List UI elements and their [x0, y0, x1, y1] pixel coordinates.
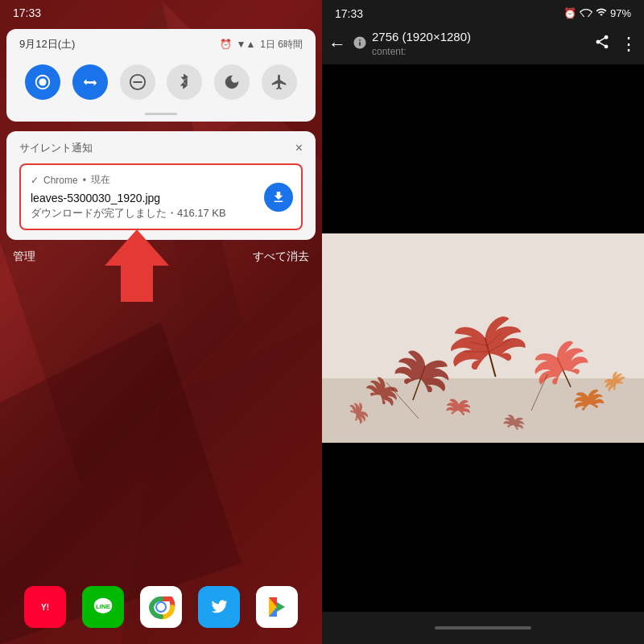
- battery-duration: 1日 6時間: [260, 38, 303, 52]
- notif-source-label: Chrome: [43, 175, 78, 186]
- share-button[interactable]: [594, 34, 610, 54]
- dock-yahoo-icon[interactable]: Y!: [24, 586, 66, 628]
- dnd-toggle[interactable]: [120, 64, 155, 100]
- left-time: 17:33: [13, 6, 41, 19]
- nav-indicator: [435, 626, 531, 630]
- notif-download-button[interactable]: [264, 183, 293, 212]
- right-time: 17:33: [335, 7, 363, 20]
- date-icons: ⏰ ▼▲ 1日 6時間: [220, 38, 303, 52]
- battery-right: 97%: [610, 7, 631, 19]
- notif-source-icon: ✓: [31, 175, 39, 186]
- silent-label: サイレント通知: [19, 141, 93, 155]
- notification-panel: 9月12日(土) ⏰ ▼▲ 1日 6時間: [6, 29, 316, 122]
- bottom-nav-right: [322, 612, 644, 644]
- right-panel: 17:33 ⏰ 97% ← 2756 (1920×1280): [322, 0, 644, 644]
- image-title: 2756 (1920×1280): [372, 30, 471, 43]
- svg-point-17: [157, 603, 165, 611]
- moon-toggle[interactable]: [214, 64, 250, 100]
- image-info: 2756 (1920×1280) content:: [372, 30, 471, 58]
- bluetooth-toggle[interactable]: [167, 64, 202, 100]
- notif-source: ✓ Chrome • 現在: [31, 173, 291, 187]
- dock-twitter-icon[interactable]: [198, 586, 240, 628]
- alarm-icon: ⏰: [220, 39, 232, 50]
- wifi-toggle[interactable]: [25, 64, 60, 100]
- data-toggle[interactable]: [72, 64, 108, 100]
- date-header: 9月12日(土) ⏰ ▼▲ 1日 6時間: [6, 29, 316, 58]
- notif-dot: •: [83, 175, 86, 186]
- dock-playstore-icon[interactable]: [256, 586, 298, 628]
- wifi-signal-icon: ▼▲: [237, 39, 256, 50]
- image-viewer-header: ← 2756 (1920×1280) content: ⋮: [322, 27, 644, 64]
- wifi-icon-right: [580, 7, 592, 19]
- bottom-dock: Y! LINE: [0, 586, 322, 628]
- alarm-icon-right: ⏰: [564, 7, 576, 19]
- notif-body: ダウンロードが完了しました・416.17 KB: [31, 206, 291, 221]
- svg-text:LINE: LINE: [96, 603, 111, 610]
- notif-title: leaves-5300030_1920.jpg: [31, 192, 291, 204]
- silent-close-button[interactable]: ×: [295, 141, 303, 155]
- status-bar-left: 17:33: [0, 0, 322, 26]
- signal-icon-right: [596, 6, 607, 20]
- dock-chrome-icon[interactable]: [140, 586, 182, 628]
- date-text: 9月12日(土): [19, 37, 75, 52]
- dock-line-icon[interactable]: LINE: [82, 586, 124, 628]
- right-status-icons: ⏰ 97%: [564, 6, 631, 20]
- silent-section: サイレント通知 × ✓ Chrome • 現在 leaves-5300030_1…: [6, 131, 316, 240]
- image-area: [322, 64, 644, 612]
- back-button[interactable]: ←: [328, 34, 346, 55]
- clear-all-button[interactable]: すべて消去: [253, 250, 309, 264]
- info-icon[interactable]: [353, 35, 367, 53]
- image-subtitle: content:: [372, 46, 407, 57]
- panel-divider: [145, 113, 177, 115]
- notif-time: 現在: [91, 173, 110, 187]
- left-panel: 17:33 9月12日(土) ⏰ ▼▲ 1日 6時間: [0, 0, 322, 644]
- status-bar-right: 17:33 ⏰ 97%: [322, 0, 644, 27]
- airplane-toggle[interactable]: [262, 64, 297, 100]
- quick-toggles: [6, 58, 316, 109]
- autumn-leaves-image: [322, 233, 644, 443]
- svg-point-6: [39, 78, 47, 85]
- silent-header: サイレント通知 ×: [19, 141, 303, 155]
- notif-footer: 管理 すべて消去: [6, 240, 316, 267]
- more-button[interactable]: ⋮: [620, 34, 638, 55]
- header-actions: ⋮: [594, 34, 638, 55]
- notification-item[interactable]: ✓ Chrome • 現在 leaves-5300030_1920.jpg ダウ…: [19, 163, 303, 230]
- manage-button[interactable]: 管理: [13, 250, 35, 264]
